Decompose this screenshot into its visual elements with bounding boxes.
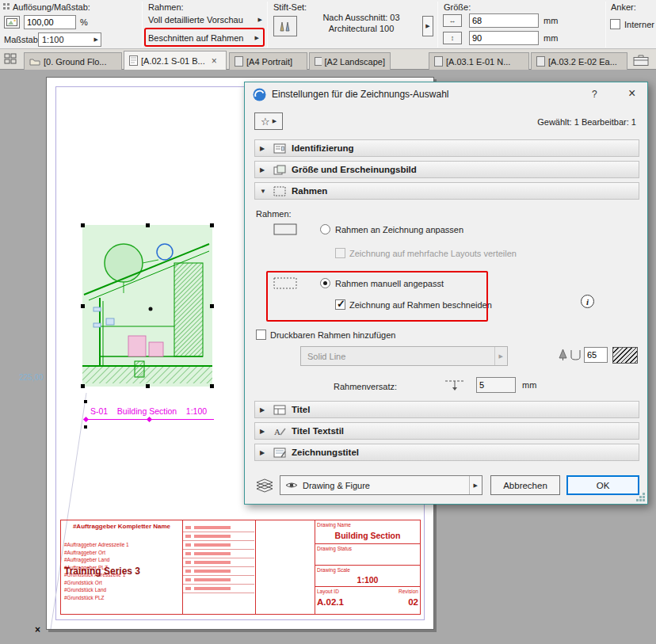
- resize-handle[interactable]: [210, 384, 214, 388]
- drawing-title[interactable]: S-01 Building Section 1:100: [86, 405, 214, 430]
- manual-frame-label: Rahmen manuell angepasst: [335, 279, 444, 288]
- section-size-appearance[interactable]: ▶ Größe und Erscheinungsbild: [254, 161, 639, 178]
- layout-id-value: A.02.1: [317, 597, 344, 607]
- width-input[interactable]: [469, 13, 539, 28]
- resize-handle[interactable]: [146, 384, 150, 388]
- linetype-value: Solid Line: [304, 352, 345, 361]
- drawing-name-value: Building Section: [315, 531, 421, 540]
- title-handle[interactable]: [84, 425, 87, 429]
- resolution-input[interactable]: [24, 15, 76, 29]
- resize-handle[interactable]: [81, 384, 85, 388]
- resolution-label: Auflösung/Maßstab:: [13, 2, 90, 12]
- selected-drawing[interactable]: [82, 225, 212, 387]
- percent-label: %: [80, 17, 88, 27]
- briefcase-icon: [633, 54, 649, 66]
- pen-weight-icon: [570, 349, 582, 361]
- tab-a031-e01[interactable]: [A.03.1 E-01 N...: [429, 52, 529, 70]
- frame-pen-input[interactable]: [584, 347, 608, 363]
- title-block: #Auftraggeber Kompletter Name #Auftragge…: [60, 520, 421, 615]
- close-button[interactable]: ×: [628, 86, 635, 101]
- tab-close-icon[interactable]: ×: [212, 57, 217, 65]
- chevron-right-icon: ▶: [92, 36, 101, 43]
- resize-grip[interactable]: [643, 493, 645, 495]
- client-header: #Auftraggeber Kompletter Name: [61, 520, 182, 530]
- section-title[interactable]: ▶ Titel: [254, 401, 639, 418]
- tab-a032-e02[interactable]: [A.03.2 E-02 Ea...: [531, 52, 627, 70]
- clip-drawing-checkbox[interactable]: [335, 299, 345, 310]
- drawing-info-cell: Drawing Name Building Section Drawing St…: [315, 520, 421, 614]
- tab-label: [0. Ground Flo...: [44, 57, 106, 67]
- titleblock-line: #Grundstück Ort: [64, 579, 129, 587]
- section-drawing-title[interactable]: ▶ Zeichnungstitel: [254, 444, 639, 461]
- tab-a4-portrait[interactable]: [A4 Portrait]: [229, 52, 307, 70]
- scale-combo[interactable]: 1:100▶: [38, 32, 101, 47]
- titleblock-divider: [255, 520, 256, 614]
- dialog-title: Einstellungen für die Zeichnungs-Auswahl: [272, 89, 448, 100]
- layout-page-icon: [235, 56, 243, 67]
- chevron-right-icon: ▶: [260, 145, 268, 152]
- chevron-right-icon: ▶: [258, 17, 262, 23]
- tab-ground-floor[interactable]: [0. Ground Flo...: [24, 52, 122, 70]
- drawing-status-label: Drawing Status: [317, 546, 352, 551]
- tab-a2-landscape[interactable]: [A2 Landscape]: [309, 52, 391, 70]
- resize-handle[interactable]: [146, 223, 150, 227]
- tab-a021-s01-active[interactable]: [A.02.1 S-01 B... ×: [124, 51, 227, 70]
- preview-mode-button[interactable]: Voll detaillierte Vorschau▶: [148, 13, 262, 26]
- section-label: Titel Textstil: [292, 426, 344, 436]
- pen-set-popup-button[interactable]: ▶: [422, 16, 433, 36]
- section-title-textstyle[interactable]: ▶ A Titel Textstil: [254, 422, 639, 440]
- clip-drawing-label: Zeichnung auf Rahmen beschneiden: [349, 300, 492, 310]
- titleblock-line: #Grundstück Land: [64, 586, 129, 594]
- layer-combo[interactable]: Drawing & Figure ▶: [280, 475, 482, 495]
- pen-set-icon-button[interactable]: [273, 16, 297, 36]
- titleblock-line: #Auftraggeber Land: [64, 556, 129, 564]
- frame-offset-unit: mm: [522, 380, 536, 390]
- frame-fill-swatch[interactable]: [612, 347, 638, 364]
- tab-label: [A.03.1 E-01 N...: [446, 57, 510, 67]
- fit-frame-radio[interactable]: [320, 224, 330, 234]
- section-frame[interactable]: ▼ Rahmen: [254, 182, 639, 200]
- help-button[interactable]: ?: [592, 89, 597, 100]
- anchor-label: Anker:: [611, 2, 636, 12]
- title-handle-diamond[interactable]: [147, 417, 152, 422]
- layout-tab-bar: [0. Ground Flo... [A.02.1 S-01 B... × [A…: [0, 49, 656, 70]
- manual-frame-radio[interactable]: [320, 278, 330, 288]
- textstyle-icon: A: [273, 426, 286, 436]
- chevron-down-icon: ▼: [260, 188, 268, 195]
- height-input[interactable]: [469, 31, 539, 45]
- spread-layouts-checkbox: [335, 248, 345, 258]
- resize-handle[interactable]: [81, 223, 85, 227]
- printable-frame-checkbox[interactable]: [256, 330, 266, 340]
- quick-options-button[interactable]: [4, 53, 21, 67]
- cancel-button[interactable]: Abbrechen: [490, 475, 560, 495]
- titleblock-line: #Grundstück PLZ: [64, 594, 129, 602]
- pen-set-line1: Nach Ausschnitt: 03: [304, 12, 418, 23]
- resize-handle[interactable]: [210, 223, 214, 227]
- drawing-scale: 1:100: [186, 406, 207, 416]
- toolbar-separator: [437, 2, 438, 48]
- frame-offset-input[interactable]: [476, 377, 516, 393]
- titleblock-line: #Auftraggeber Ort: [64, 549, 129, 557]
- anchor-checkbox[interactable]: [610, 19, 620, 29]
- chevron-right-icon: ▶: [260, 166, 268, 173]
- section-label: Titel: [292, 405, 310, 414]
- clip-mode-button[interactable]: Beschnitten auf Rahmen▶: [148, 31, 259, 44]
- favorites-button[interactable]: ☆▶: [254, 112, 283, 130]
- info-icon[interactable]: i: [581, 295, 594, 308]
- ok-button[interactable]: OK: [566, 475, 639, 495]
- organizer-button[interactable]: [633, 54, 649, 66]
- fit-frame-icon: [273, 223, 297, 235]
- height-icon: ↕: [443, 32, 462, 44]
- scale-value: 1:100: [42, 35, 64, 44]
- resize-handle[interactable]: [81, 304, 85, 308]
- frame-offset-label: Rahmenversatz:: [334, 382, 397, 391]
- resize-handle[interactable]: [210, 304, 214, 308]
- dialog-titlebar[interactable]: Einstellungen für die Zeichnungs-Auswahl…: [245, 82, 647, 106]
- selection-info: Gewählt: 1 Bearbeitbar: 1: [537, 117, 636, 127]
- archicad-app-icon: [253, 88, 266, 101]
- layer-name: Drawing & Figure: [303, 481, 370, 490]
- title-handle[interactable]: [84, 400, 87, 403]
- layout-page-icon: [129, 55, 138, 66]
- section-identification[interactable]: ▶ Identifizierung: [254, 139, 639, 157]
- size-label: Größe:: [444, 2, 471, 12]
